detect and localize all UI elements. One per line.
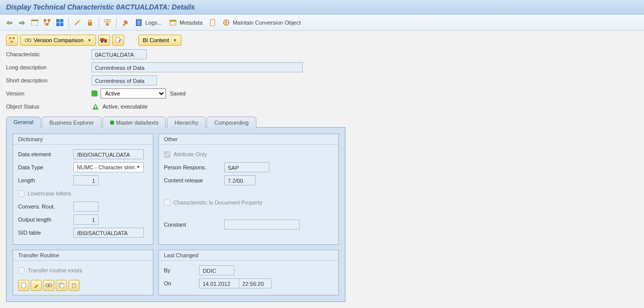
forward-button[interactable]: ⇨ xyxy=(17,17,28,28)
long-desc-value: Currentness of Data xyxy=(91,62,303,72)
grid-icon xyxy=(56,19,63,26)
transfer-exists-input[interactable] xyxy=(18,267,25,274)
svg-rect-3 xyxy=(48,19,50,22)
tab-master[interactable]: Master data/texts xyxy=(103,117,166,128)
version-select[interactable]: Active xyxy=(101,88,166,98)
attr-only-checkbox[interactable]: Attribute Only xyxy=(164,151,207,158)
lock-button[interactable] xyxy=(84,17,96,28)
expand-tree-button[interactable] xyxy=(6,35,18,46)
person-value: SAP xyxy=(224,162,269,172)
hierarchy-button[interactable] xyxy=(42,17,53,28)
tab-compounding[interactable]: Compounding xyxy=(207,117,256,128)
version-label: Version xyxy=(6,90,91,96)
data-type-select[interactable]: NUMC - Character strin… ▼ xyxy=(73,162,144,172)
app-toolbar: ⇦ ⇨ Logs... Metadata Maintain Conversion… xyxy=(0,15,644,31)
lowercase-checkbox[interactable]: Lowercase letters xyxy=(18,190,71,197)
svg-point-36 xyxy=(46,284,49,287)
metadata-icon xyxy=(169,19,176,26)
wrench-icon xyxy=(122,19,129,26)
tab-hierarchy[interactable]: Hierarchy xyxy=(167,117,206,128)
convers-label: Convers. Rout. xyxy=(18,203,73,210)
glasses-icon xyxy=(25,38,32,43)
tab-general[interactable]: General xyxy=(6,117,41,128)
by-value: DDIC xyxy=(199,265,234,275)
truck-icon xyxy=(100,37,108,43)
metadata-label: Metadata xyxy=(179,20,203,26)
routine-button-row xyxy=(18,280,148,291)
doc-prop-checkbox[interactable]: Characteristic Is Document Property xyxy=(164,199,262,206)
object-status-value: Active, executable xyxy=(103,104,147,110)
transfer-exists-checkbox[interactable]: Transfer routine exists xyxy=(18,267,82,274)
attr-only-label: Attribute Only xyxy=(173,151,207,157)
delete-routine-button[interactable] xyxy=(68,280,79,291)
svg-rect-11 xyxy=(108,20,111,22)
svg-point-30 xyxy=(101,41,103,43)
version-comparison-label: Version Comparison xyxy=(34,37,83,43)
edit-routine-button[interactable] xyxy=(31,280,42,291)
doc-prop-input[interactable] xyxy=(164,199,170,206)
lowercase-label: Lowercase letters xyxy=(28,190,71,196)
short-desc-label: Short description xyxy=(6,77,91,83)
maintain-button[interactable]: Maintain Conversion Object xyxy=(220,17,304,28)
create-icon xyxy=(21,282,27,288)
logs-icon xyxy=(135,19,142,26)
output-len-label: Output length xyxy=(18,217,73,223)
version-comparison-button[interactable]: Version Comparison ▼ xyxy=(20,35,96,46)
wand-icon xyxy=(74,19,81,26)
page-title: Display Technical Characteristic 0ACTUAL… xyxy=(0,0,644,15)
whereused-icon xyxy=(104,19,111,26)
doc-button[interactable] xyxy=(207,17,218,28)
transfer-title: Transfer Routine xyxy=(13,250,153,261)
trash-icon xyxy=(71,282,77,288)
hierarchy-icon xyxy=(44,19,51,26)
copy-icon xyxy=(58,282,64,288)
svg-point-25 xyxy=(25,39,28,42)
svg-point-26 xyxy=(28,39,31,42)
tab-bex[interactable]: Business Explorer xyxy=(42,117,102,128)
transport-button[interactable] xyxy=(98,35,110,46)
constant-label: Constant xyxy=(164,222,224,228)
window-icon-button[interactable] xyxy=(29,17,40,28)
chevron-down-icon: ▼ xyxy=(173,38,177,43)
chevron-down-icon: ▼ xyxy=(87,38,91,43)
lowercase-input[interactable] xyxy=(18,190,25,197)
attr-only-input[interactable] xyxy=(164,151,170,158)
tabstrip: General Business Explorer Master data/te… xyxy=(6,116,345,128)
svg-rect-23 xyxy=(13,37,15,39)
wand-button[interactable] xyxy=(72,17,83,28)
grid-button[interactable] xyxy=(54,17,65,28)
transfer-group: Transfer Routine Transfer routine exists xyxy=(13,250,153,295)
toolbar-separator xyxy=(99,18,99,28)
svg-rect-19 xyxy=(211,20,215,26)
executable-icon xyxy=(91,102,100,111)
display-routine-button[interactable] xyxy=(43,280,54,291)
gear-icon xyxy=(223,19,230,26)
logs-label: Logs... xyxy=(145,20,162,26)
by-label: By xyxy=(164,267,199,273)
bi-content-button[interactable]: BI Content ▼ xyxy=(138,35,181,46)
data-type-value: NUMC - Character strin… xyxy=(77,163,136,171)
button-row: Version Comparison ▼ BI Content ▼ xyxy=(6,35,638,46)
create-routine-button[interactable] xyxy=(18,280,29,291)
tree-icon xyxy=(9,37,16,44)
where-used-button[interactable] xyxy=(102,17,113,28)
logs-button[interactable]: Logs... xyxy=(132,17,165,28)
back-button[interactable]: ⇦ xyxy=(4,17,15,28)
copy-routine-button[interactable] xyxy=(56,280,67,291)
long-desc-label: Long description xyxy=(6,64,91,70)
svg-rect-1 xyxy=(31,20,38,21)
data-element-value: /BI0/OIACTUALDATA xyxy=(73,149,144,159)
doc-link-button[interactable] xyxy=(112,35,124,46)
sid-label: SID table xyxy=(18,230,73,236)
lock-icon xyxy=(86,19,94,26)
metadata-button[interactable]: Metadata xyxy=(166,17,206,28)
length-value: 1 xyxy=(73,175,99,185)
release-value: 7.2/00 xyxy=(224,175,255,185)
svg-rect-34 xyxy=(95,106,96,108)
on-label: On xyxy=(164,280,199,286)
toolbar-separator xyxy=(68,18,69,28)
dictionary-title: Dictionary xyxy=(13,134,153,145)
output-len-value: 1 xyxy=(73,215,99,225)
tool-button[interactable] xyxy=(120,17,131,28)
tab-compounding-label: Compounding xyxy=(214,120,249,126)
